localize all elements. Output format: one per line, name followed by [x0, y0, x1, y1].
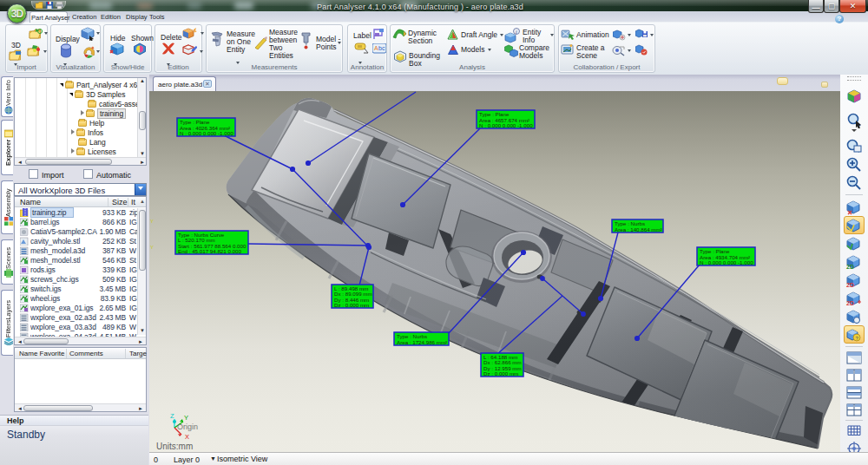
svg-text:Type : Plane: Type : Plane: [180, 119, 210, 125]
svg-text:Type : Nurbs: Type : Nurbs: [397, 333, 427, 339]
svg-text:N : 0.000 0.000 -1.000: N : 0.000 0.000 -1.000: [700, 259, 753, 265]
svg-text:Dz : 0.000 mm: Dz : 0.000 mm: [483, 370, 518, 377]
svg-text:Units:mm: Units:mm: [156, 442, 193, 451]
svg-text:Area : 1724.986 mm²: Area : 1724.986 mm²: [397, 339, 447, 345]
svg-text:Dz : 0.000 mm: Dz : 0.000 mm: [334, 302, 369, 308]
svg-text:2D: 2D: [846, 282, 854, 288]
svg-text:Y: Y: [150, 219, 154, 224]
svg-text:N : 0.000 0.000 -1.000: N : 0.000 0.000 -1.000: [180, 130, 233, 136]
svg-text:Y: Y: [184, 414, 188, 422]
svg-text:Type : Nurbs: Type : Nurbs: [615, 220, 645, 226]
svg-text:2D: 2D: [846, 264, 854, 270]
svg-text:Area : 140.864 mm²: Area : 140.864 mm²: [615, 226, 662, 232]
svg-text:N : 0.000 0.000 -1.000: N : 0.000 0.000 -1.000: [479, 122, 533, 128]
svg-text:Origin: Origin: [177, 422, 198, 431]
svg-text:X: X: [185, 433, 189, 441]
svg-text:bc: bc: [378, 45, 385, 51]
svg-text:Type : Plane: Type : Plane: [479, 111, 510, 117]
svg-text:Type : Plane: Type : Plane: [700, 248, 730, 254]
svg-text:End : 45.017 94.821 0.000: End : 45.017 94.821 0.000: [178, 248, 241, 254]
svg-text:Y: Y: [150, 245, 154, 250]
svg-text:Z: Z: [170, 412, 174, 420]
svg-text:2D: 2D: [846, 300, 854, 306]
